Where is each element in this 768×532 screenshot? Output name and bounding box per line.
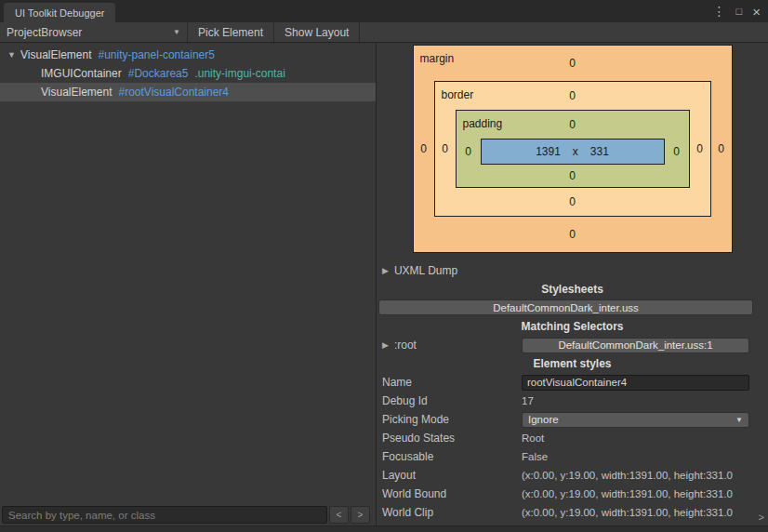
show-layout-button[interactable]: Show Layout (274, 22, 360, 42)
search-next-button[interactable]: > (351, 506, 370, 524)
stylesheet-button[interactable]: DefaultCommonDark_inter.uss (378, 299, 753, 315)
panel-picker-label: ProjectBrowser (7, 26, 82, 39)
chevron-right-icon: ▶ (382, 266, 389, 275)
layout-value: (x:0.00, y:19.00, width:1391.00, height:… (522, 470, 768, 481)
inspector-panel: margin 0 0 border 0 0 padding 0 (377, 43, 768, 525)
box-model-padding: padding 0 0 1391 x 331 0 (456, 110, 690, 188)
chevron-down-icon: ▼ (173, 28, 180, 36)
border-right-value: 0 (690, 110, 710, 188)
search-input[interactable] (2, 506, 327, 524)
padding-left-value: 0 (457, 139, 481, 165)
panel-picker-dropdown[interactable]: ProjectBrowser ▼ (0, 22, 188, 42)
uxml-dump-label: UXML Dump (394, 264, 457, 277)
border-label: border (442, 88, 474, 101)
prop-row-picking-mode: Picking Mode Ignore ▼ (377, 410, 768, 429)
tree-search-bar: < > (2, 506, 370, 524)
window-tab[interactable]: UI Toolkit Debugger (4, 3, 115, 22)
content-separator: x (573, 145, 578, 158)
padding-label: padding (463, 117, 503, 130)
prop-row-focusable: Focusable False (377, 447, 768, 466)
name-label: Name (382, 376, 522, 389)
stylesheets-header: Stylesheets (377, 280, 768, 299)
padding-right-value: 0 (665, 139, 689, 165)
world-clip-label: World Clip (382, 506, 522, 519)
border-left-value: 0 (435, 110, 456, 188)
picking-mode-dropdown[interactable]: Ignore ▼ (522, 412, 749, 428)
pseudo-states-value: Root (522, 432, 768, 444)
prop-row-name: Name (377, 373, 768, 392)
pick-element-label: Pick Element (198, 26, 263, 39)
tree-item-id: #Dockarea5 (128, 67, 189, 80)
padding-bottom-value: 0 (569, 169, 576, 182)
tree-item-type: IMGUIContainer (41, 67, 122, 80)
selector-source-button[interactable]: DefaultCommonDark_inter.uss:1 (522, 338, 749, 353)
debug-id-label: Debug Id (382, 394, 522, 407)
prop-row-pseudo-states: Pseudo States Root (377, 429, 768, 447)
tree-item-unity-panel-container5[interactable]: ▼ VisualElement #unity-panel-container5 (0, 46, 376, 64)
border-top-value: 0 (569, 89, 576, 102)
margin-bottom-value: 0 (569, 228, 576, 241)
element-styles-header: Element styles (377, 354, 768, 373)
selector-foldout[interactable]: ▶ :root (382, 339, 522, 352)
titlebar: UI Toolkit Debugger ⋮ □ × (0, 0, 768, 22)
margin-label: margin (420, 52, 455, 65)
world-clip-value: (x:0.00, y:19.00, width:1391.00, height:… (522, 507, 768, 518)
picking-mode-value: Ignore (528, 414, 559, 425)
focusable-value: False (522, 451, 768, 462)
uxml-dump-foldout[interactable]: ▶ UXML Dump (377, 261, 768, 280)
prop-row-debug-id: Debug Id 17 (377, 392, 768, 410)
tree-item-id: #unity-panel-container5 (99, 48, 215, 61)
pseudo-states-label: Pseudo States (382, 432, 522, 445)
pick-element-button[interactable]: Pick Element (188, 22, 274, 42)
selector-row: ▶ :root DefaultCommonDark_inter.uss:1 (377, 336, 768, 354)
world-bound-label: World Bound (382, 487, 522, 500)
toolbar: ProjectBrowser ▼ Pick Element Show Layou… (0, 22, 768, 43)
chevron-right-icon: ▶ (382, 340, 389, 350)
chevron-down-icon[interactable]: ▼ (7, 50, 20, 60)
window-bottom-edge (0, 525, 768, 532)
scroll-right-icon[interactable]: > (759, 512, 764, 523)
tree-item-class: .unity-imgui-contai (194, 67, 285, 80)
chevron-down-icon: ▼ (735, 416, 743, 424)
window-controls: ⋮ □ × (713, 0, 761, 22)
selector-name: :root (394, 339, 417, 352)
prop-row-layout: Layout (x:0.00, y:19.00, width:1391.00, … (377, 466, 768, 485)
layout-label: Layout (382, 469, 522, 482)
window-title: UI Toolkit Debugger (15, 7, 104, 19)
matching-selectors-header: Matching Selectors (377, 317, 768, 336)
box-model-content: 1391 x 331 (481, 139, 665, 165)
maximize-icon[interactable]: □ (736, 7, 743, 17)
tree-item-rootvisualcontainer4[interactable]: VisualElement #rootVisualContainer4 (0, 83, 376, 101)
world-bound-value: (x:0.00, y:19.00, width:1391.00, height:… (522, 488, 768, 499)
picking-mode-label: Picking Mode (382, 413, 522, 426)
padding-top-value: 0 (569, 118, 576, 131)
tree-item-id: #rootVisualContainer4 (119, 86, 230, 99)
content-height: 331 (590, 145, 609, 158)
chevron-left-icon: < (337, 510, 342, 520)
margin-left-value: 0 (414, 81, 434, 217)
prop-row-world-bound: World Bound (x:0.00, y:19.00, width:1391… (377, 485, 768, 503)
menu-icon[interactable]: ⋮ (713, 5, 726, 18)
element-tree: ▼ VisualElement #unity-panel-container5 … (0, 43, 376, 101)
tree-item-dockarea5[interactable]: IMGUIContainer #Dockarea5 .unity-imgui-c… (0, 64, 376, 83)
show-layout-label: Show Layout (285, 26, 349, 39)
border-bottom-value: 0 (569, 195, 576, 208)
debug-id-value: 17 (522, 395, 768, 406)
tree-item-type: VisualElement (20, 48, 92, 61)
box-model-margin: margin 0 0 border 0 0 padding 0 (413, 45, 733, 253)
box-model-border: border 0 0 padding 0 0 (434, 81, 711, 217)
margin-top-value: 0 (569, 57, 576, 70)
element-tree-panel: ▼ VisualElement #unity-panel-container5 … (0, 43, 376, 532)
box-model: margin 0 0 border 0 0 padding 0 (413, 45, 733, 253)
chevron-right-icon: > (358, 510, 364, 520)
tree-item-type: VisualElement (41, 86, 113, 99)
name-field[interactable] (522, 375, 749, 391)
prop-row-world-clip: World Clip (x:0.00, y:19.00, width:1391.… (377, 503, 768, 522)
focusable-label: Focusable (382, 450, 522, 463)
content-width: 1391 (536, 145, 561, 158)
close-icon[interactable]: × (752, 5, 761, 19)
search-prev-button[interactable]: < (329, 506, 349, 524)
margin-right-value: 0 (711, 81, 732, 217)
